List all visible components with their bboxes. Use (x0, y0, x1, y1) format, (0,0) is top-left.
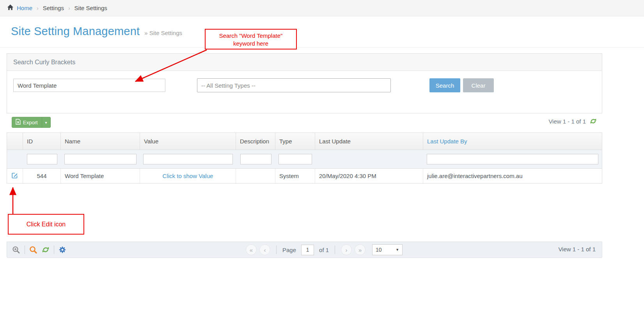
zoom-in-icon[interactable] (12, 246, 20, 254)
export-button[interactable]: Export (12, 117, 42, 127)
table-filter-row (7, 150, 602, 169)
cell-id: 544 (23, 169, 61, 183)
search-panel-body: -- All Setting Types -- Search Clear (7, 71, 602, 113)
select-caret-icon: ▼ (396, 248, 399, 252)
table-row: 544 Word Template Click to show Value Sy… (7, 169, 602, 184)
column-header-last-update[interactable]: Last Update (315, 133, 423, 150)
page-of-label: of 1 (319, 247, 329, 253)
breadcrumb-item-settings[interactable]: Settings (43, 5, 64, 11)
breadcrumb-separator: › (68, 5, 70, 11)
search-panel: Search Curly Brackets -- All Setting Typ… (7, 53, 602, 113)
search-button[interactable]: Search (429, 78, 460, 92)
grid-top-toolbar: Export ▾ View 1 - 1 of 1 (7, 116, 602, 129)
breadcrumb: Home › Settings › Site Settings (0, 0, 644, 16)
prev-page-button[interactable]: ‹ (259, 244, 270, 255)
column-header-name[interactable]: Name (61, 133, 140, 150)
page-header: Site Setting Management » Site Settings (11, 25, 182, 38)
refresh-icon[interactable] (42, 246, 50, 254)
export-split-button: Export ▾ (12, 117, 51, 128)
view-count-top: View 1 - 1 of 1 (548, 118, 586, 125)
filter-input-type[interactable] (279, 154, 312, 164)
page-input[interactable] (301, 245, 314, 255)
search-panel-title: Search Curly Brackets (13, 59, 75, 66)
view-count-bottom: View 1 - 1 of 1 (558, 246, 596, 252)
next-page-button[interactable]: › (341, 244, 352, 255)
pager-left-tools (12, 242, 66, 258)
breadcrumb-item-site-settings: Site Settings (75, 5, 107, 11)
show-value-link[interactable]: Click to show Value (163, 173, 213, 179)
page-title: Site Setting Management (11, 25, 140, 38)
refresh-icon[interactable] (590, 118, 597, 125)
filter-input-id[interactable] (27, 154, 57, 164)
filter-input-name[interactable] (64, 154, 137, 164)
column-header-description[interactable]: Description (236, 133, 275, 150)
toolbar-divider (25, 245, 25, 254)
column-header-last-update-by[interactable]: Last Update By (423, 133, 602, 150)
column-header-edit (7, 133, 23, 150)
edit-icon (12, 172, 18, 180)
setting-type-selected-value: -- All Setting Types -- (201, 82, 255, 89)
column-header-type[interactable]: Type (275, 133, 315, 150)
annotation-search-callout: Search "Word Template" keyword here (205, 29, 297, 49)
cell-last-update-by: julie.are@interactivepartners.com.au (423, 169, 602, 183)
annotation-edit-callout: Click Edit icon (8, 214, 84, 235)
last-page-button[interactable]: » (355, 244, 365, 255)
clear-button[interactable]: Clear (463, 78, 494, 92)
cell-last-update: 20/May/2020 4:30 PM (315, 169, 423, 183)
filter-input-value[interactable] (143, 154, 233, 164)
breadcrumb-separator: › (37, 5, 39, 11)
filter-cell-edit (7, 150, 23, 168)
search-icon[interactable] (29, 246, 37, 254)
annotation-search-line2: keyword here (206, 40, 296, 48)
cell-description (236, 169, 275, 183)
page-label: Page (282, 247, 296, 253)
page-size-value: 10 (376, 247, 382, 253)
export-dropdown-button[interactable]: ▾ (42, 117, 50, 127)
view-count-top-wrap: View 1 - 1 of 1 (548, 118, 597, 125)
column-header-value[interactable]: Value (140, 133, 236, 150)
grid-pager-bar: « ‹ Page of 1 › » 10 ▼ View 1 - 1 of 1 (7, 242, 602, 258)
home-icon (7, 4, 14, 12)
pager-divider (276, 245, 277, 254)
pager-divider (335, 245, 335, 254)
settings-table: ID Name Value Description Type Last Upda… (7, 132, 602, 184)
toolbar-divider (54, 245, 54, 254)
title-divider (0, 47, 644, 48)
filter-cell-last-update (315, 150, 423, 168)
edit-button[interactable] (7, 169, 23, 183)
keyword-input[interactable] (13, 79, 165, 92)
column-header-id[interactable]: ID (23, 133, 61, 150)
page-size-select[interactable]: 10 ▼ (372, 244, 403, 255)
annotation-search-line1: Search "Word Template" (206, 32, 296, 40)
caret-down-icon: ▾ (45, 120, 47, 125)
cell-name: Word Template (61, 169, 140, 183)
page-subtitle: » Site Settings (144, 30, 182, 36)
pager-controls: « ‹ Page of 1 › » 10 ▼ (246, 242, 403, 258)
first-page-button[interactable]: « (246, 244, 257, 255)
setting-type-select[interactable]: -- All Setting Types -- (197, 78, 391, 92)
gear-icon[interactable] (59, 246, 66, 254)
breadcrumb-home-link[interactable]: Home (7, 4, 32, 12)
excel-file-icon (16, 119, 21, 126)
breadcrumb-home-label: Home (17, 5, 32, 11)
filter-input-last-update-by[interactable] (427, 154, 598, 164)
search-panel-header: Search Curly Brackets (7, 54, 602, 71)
filter-input-description[interactable] (240, 154, 271, 164)
export-button-label: Export (23, 120, 38, 125)
cell-type: System (275, 169, 315, 183)
table-header-row: ID Name Value Description Type Last Upda… (7, 133, 602, 150)
